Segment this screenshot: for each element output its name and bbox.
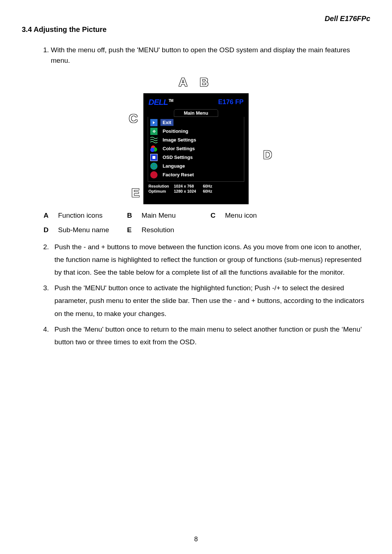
legend-key: E <box>127 226 142 234</box>
step-4: Push the 'Menu' button once to return to… <box>51 323 367 348</box>
document-page: Dell E176FPc 3.4 Adjusting the Picture W… <box>0 0 392 554</box>
menu-item-osd[interactable]: OSD Settings <box>150 153 242 162</box>
legend-val: Main Menu <box>142 212 211 219</box>
menu-label: Exit <box>160 119 173 126</box>
menu-item-positioning[interactable]: ✥ Positioning <box>150 127 242 136</box>
resolution-hz: 60Hz <box>203 184 217 188</box>
menu-item-image[interactable]: Image Settings <box>150 136 242 144</box>
color-settings-icon <box>150 145 158 152</box>
step-2: Push the - and + buttons to move between… <box>51 241 367 279</box>
legend-key: D <box>44 226 58 234</box>
dell-logo: DELLTM <box>148 98 173 107</box>
legend-val: Menu icon <box>225 212 294 219</box>
legend-val: Resolution <box>142 226 211 234</box>
step-3: Push the 'MENU' button once to activate … <box>51 282 367 320</box>
callout-D: D <box>263 148 272 162</box>
menu-item-language[interactable]: Language <box>150 162 242 171</box>
optimum-value: 1280 x 1024 <box>174 189 203 193</box>
svg-point-2 <box>150 148 155 152</box>
osd-settings-icon <box>150 154 158 161</box>
legend-key: A <box>44 212 58 219</box>
resolution-block: Resolution 1024 x 768 60Hz Optimum 1280 … <box>148 184 244 193</box>
step-1: With the menu off, push the 'MENU' butto… <box>51 45 370 66</box>
callout-E: E <box>131 186 140 200</box>
osd-model: E176 FP <box>218 98 244 106</box>
menu-body: Exit ✥ Positioning Image Settings <box>148 117 244 182</box>
svg-rect-3 <box>152 156 155 159</box>
menu-label: Language <box>160 163 187 169</box>
legend-key: C <box>211 212 225 219</box>
legend-val: Sub-Menu name <box>58 226 127 234</box>
legend-val: Function icons <box>58 212 127 219</box>
menu-item-reset[interactable]: Factory Reset <box>150 171 242 179</box>
header-model: Dell E176FPc <box>324 15 370 23</box>
page-number: 8 <box>0 535 392 543</box>
osd-figure: A B C D E DELLTM E176 FP Main Menu <box>22 77 370 204</box>
menu-item-color[interactable]: Color Settings <box>150 144 242 153</box>
exit-icon <box>150 119 158 126</box>
callout-A: A <box>179 75 188 89</box>
menu-label: Factory Reset <box>160 171 196 178</box>
menu-label: Image Settings <box>160 136 198 143</box>
optimum-label: Optimum <box>148 189 174 193</box>
osd-panel: DELLTM E176 FP Main Menu Exit ✥ Position… <box>143 93 249 204</box>
language-icon <box>150 163 158 170</box>
menu-label: Positioning <box>160 128 191 135</box>
section-title: 3.4 Adjusting the Picture <box>22 25 370 34</box>
legend-table: A Function icons B Main Menu C Menu icon… <box>44 212 370 234</box>
resolution-label: Resolution <box>148 184 174 188</box>
menu-item-exit[interactable]: Exit <box>150 118 242 127</box>
factory-reset-icon <box>150 171 158 178</box>
positioning-icon: ✥ <box>150 128 158 135</box>
optimum-hz: 60Hz <box>203 189 217 193</box>
callout-C: C <box>129 111 138 126</box>
image-settings-icon <box>150 136 158 144</box>
legend-key: B <box>127 212 142 219</box>
resolution-value: 1024 x 768 <box>174 184 203 188</box>
callout-B: B <box>200 75 209 89</box>
menu-label: OSD Settings <box>160 154 195 161</box>
main-menu-tab: Main Menu <box>174 109 218 117</box>
menu-label: Color Settings <box>160 145 197 152</box>
